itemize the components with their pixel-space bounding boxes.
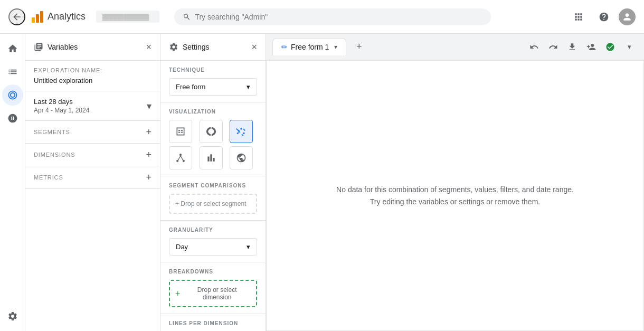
breakdowns-label: BREAKDOWNS — [169, 269, 257, 275]
svg-point-0 — [179, 154, 182, 156]
search-input[interactable] — [195, 13, 482, 21]
segments-section-header[interactable]: SEGMENTS + — [25, 121, 160, 144]
download-button[interactable] — [564, 39, 581, 55]
settings-panel-title: Settings — [169, 42, 210, 52]
drop-segment-zone[interactable]: + Drop or select segment — [169, 194, 257, 214]
avatar[interactable] — [619, 8, 636, 25]
logo-bars-icon — [32, 11, 43, 23]
segments-label: SEGMENTS — [34, 129, 70, 135]
nav-reports[interactable] — [2, 61, 23, 82]
settings-panel: Settings × TECHNIQUE Free form ▾ VISUALI… — [160, 34, 266, 331]
granularity-section: GRANULARITY Day ▾ — [160, 221, 266, 262]
help-button[interactable] — [593, 6, 614, 27]
variables-icon — [34, 42, 43, 52]
drop-segment-label: + Drop or select segment — [175, 200, 246, 207]
search-bar[interactable] — [174, 8, 491, 25]
status-dropdown-arrow-icon: ▾ — [628, 43, 631, 51]
no-data-line2: Try editing the variables or settings or… — [336, 196, 574, 207]
settings-icon — [169, 42, 178, 52]
no-data-line1: No data for this combination of segments… — [336, 184, 574, 195]
technique-section: TECHNIQUE Free form ▾ — [160, 61, 266, 102]
exploration-name-value: Untitled exploration — [34, 77, 151, 84]
tab-dropdown-icon: ▾ — [334, 43, 337, 51]
technique-arrow-icon: ▾ — [247, 83, 250, 91]
undo-button[interactable] — [526, 39, 543, 55]
viz-donut-button[interactable] — [200, 120, 223, 143]
metrics-section-header[interactable]: METRICS + — [25, 166, 160, 189]
granularity-value: Day — [176, 243, 188, 251]
active-tab[interactable]: ✏ Free form 1 ▾ — [272, 38, 346, 55]
viz-table-button[interactable] — [169, 120, 192, 143]
segment-comparisons-section: SEGMENT COMPARISONS + Drop or select seg… — [160, 176, 266, 221]
svg-point-2 — [183, 160, 185, 162]
technique-value: Free form — [176, 83, 205, 91]
dimensions-section-header[interactable]: DIMENSIONS + — [25, 144, 160, 166]
viz-bar-button[interactable] — [200, 146, 223, 169]
tab-label: Free form 1 — [291, 43, 329, 51]
granularity-arrow-icon: ▾ — [247, 243, 250, 251]
exploration-name-section: EXPLORATION NAME: Untitled exploration — [25, 61, 160, 91]
viz-scatter-button[interactable] — [230, 120, 253, 143]
technique-label: TECHNIQUE — [169, 67, 257, 73]
add-segment-button[interactable]: + — [146, 127, 151, 137]
drop-dimension-label: Drop or select dimension — [183, 286, 251, 301]
app-title: Analytics — [48, 11, 86, 22]
technique-select[interactable]: Free form ▾ — [169, 78, 257, 96]
settings-title-text: Settings — [183, 43, 210, 51]
lines-per-dimension-section: LINES PER DIMENSION — [160, 314, 266, 331]
add-tab-button[interactable]: + — [351, 39, 367, 55]
content-area: ✏ Free form 1 ▾ + — [266, 34, 644, 331]
add-dimension-button[interactable]: + — [146, 150, 151, 159]
share-user-button[interactable] — [583, 39, 600, 55]
lines-per-dimension-label: LINES PER DIMENSION — [169, 320, 257, 326]
date-range-section: Last 28 days Apr 4 - May 1, 2024 ▾ — [25, 91, 160, 121]
breakdowns-section: BREAKDOWNS + Drop or select dimension — [160, 262, 266, 314]
viz-globe-button[interactable] — [230, 146, 253, 169]
nav-home[interactable] — [2, 38, 23, 59]
date-range-row: Last 28 days Apr 4 - May 1, 2024 ▾ — [34, 98, 151, 114]
metrics-label: METRICS — [34, 174, 63, 181]
no-data-message: No data for this combination of segments… — [336, 184, 574, 207]
add-metric-button[interactable]: + — [146, 173, 151, 182]
nav-advertising[interactable] — [2, 108, 23, 129]
date-range-info: Last 28 days Apr 4 - May 1, 2024 — [34, 98, 89, 114]
topnav-right-actions — [568, 6, 636, 27]
variables-panel-header: Variables × — [25, 34, 160, 61]
status-button[interactable] — [602, 39, 619, 55]
date-range-toggle[interactable]: ▾ — [147, 101, 151, 111]
visualization-section: VISUALIZATION — [160, 102, 266, 176]
date-sub: Apr 4 - May 1, 2024 — [34, 107, 89, 114]
content-toolbar: ✏ Free form 1 ▾ + — [266, 34, 644, 60]
settings-close-button[interactable]: × — [251, 42, 257, 52]
exploration-name-label: EXPLORATION NAME: — [34, 67, 151, 73]
drop-dimension-plus-icon: + — [175, 289, 180, 298]
drop-dimension-zone[interactable]: + Drop or select dimension — [169, 280, 257, 307]
nav-explore[interactable] — [2, 84, 23, 106]
topnav: Analytics ▓▓▓▓▓▓▓▓▓▓▓ — [0, 0, 644, 34]
account-selector[interactable]: ▓▓▓▓▓▓▓▓▓▓▓ — [96, 11, 159, 23]
segment-comparisons-label: SEGMENT COMPARISONS — [169, 183, 257, 188]
main-layout: Variables × EXPLORATION NAME: Untitled e… — [0, 34, 644, 331]
status-dropdown-button[interactable]: ▾ — [621, 39, 638, 55]
variables-close-button[interactable]: × — [146, 42, 151, 52]
redo-button[interactable] — [545, 39, 562, 55]
viz-node-button[interactable] — [169, 146, 192, 169]
toolbar-right: ▾ — [526, 39, 638, 55]
granularity-select[interactable]: Day ▾ — [169, 238, 257, 256]
granularity-label: GRANULARITY — [169, 227, 257, 233]
account-name: ▓▓▓▓▓▓▓▓▓▓▓ — [102, 14, 149, 20]
search-icon — [183, 13, 191, 21]
variables-panel: Variables × EXPLORATION NAME: Untitled e… — [25, 34, 160, 331]
nav-settings[interactable] — [2, 306, 23, 327]
visualization-label: VISUALIZATION — [169, 109, 257, 115]
tab-edit-icon: ✏ — [281, 43, 288, 51]
date-label: Last 28 days — [34, 98, 89, 106]
svg-line-4 — [181, 156, 183, 160]
app-logo: Analytics — [32, 11, 86, 23]
dimensions-label: DIMENSIONS — [34, 152, 75, 158]
back-button[interactable] — [8, 8, 25, 25]
variables-title-text: Variables — [48, 43, 78, 51]
apps-button[interactable] — [568, 6, 589, 27]
content-main: No data for this combination of segments… — [266, 60, 644, 331]
svg-point-1 — [176, 160, 178, 162]
